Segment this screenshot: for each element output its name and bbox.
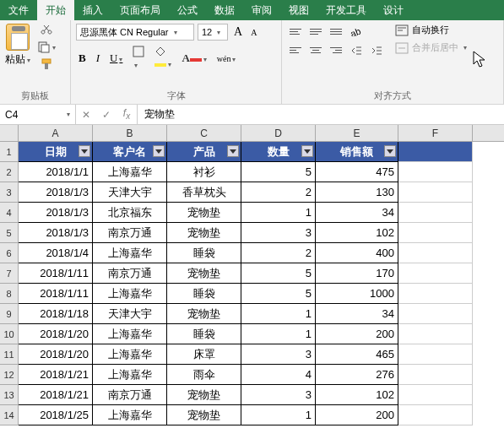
cell[interactable] <box>398 405 473 425</box>
cell[interactable]: 34 <box>316 203 398 223</box>
cell[interactable]: 5 <box>241 284 316 304</box>
cell[interactable]: 上海嘉华 <box>93 162 167 182</box>
wrap-text-button[interactable]: 自动换行 <box>395 24 467 36</box>
table-header-cell[interactable]: 客户名 <box>93 142 167 162</box>
table-header-cell[interactable]: 产品 <box>167 142 241 162</box>
cell[interactable]: 天津大宇 <box>93 182 167 203</box>
col-header[interactable]: D <box>241 125 316 141</box>
cell[interactable] <box>398 324 473 344</box>
align-middle-icon[interactable] <box>307 24 324 39</box>
col-header[interactable]: E <box>316 125 398 141</box>
cell[interactable]: 2018/1/4 <box>19 243 93 263</box>
spreadsheet-grid[interactable]: A B C D E F 1日期客户名产品数量销售额22018/1/1上海嘉华衬衫… <box>0 125 504 425</box>
tab-formula[interactable]: 公式 <box>169 0 206 20</box>
border-button[interactable]: ▾ <box>130 44 147 73</box>
cell[interactable] <box>398 182 473 203</box>
cell[interactable] <box>398 263 473 284</box>
row-header[interactable]: 3 <box>0 182 19 203</box>
cell[interactable]: 上海嘉华 <box>93 324 167 344</box>
cell[interactable]: 衬衫 <box>167 162 241 182</box>
bold-button[interactable]: B <box>76 50 89 67</box>
decrease-indent-icon[interactable] <box>348 42 365 57</box>
cell[interactable]: 200 <box>316 324 398 344</box>
tab-view[interactable]: 视图 <box>280 0 317 20</box>
cell[interactable] <box>398 162 473 182</box>
underline-button[interactable]: U▾ <box>107 50 125 67</box>
formula-input[interactable]: 宠物垫 <box>138 105 504 124</box>
cell[interactable]: 200 <box>316 405 398 425</box>
cell[interactable]: 1 <box>241 304 316 324</box>
confirm-icon[interactable]: ✓ <box>96 109 117 121</box>
col-header[interactable]: F <box>398 125 473 141</box>
row-header[interactable]: 2 <box>0 162 19 182</box>
font-name-select[interactable]: 思源黑体 CN Regular▾ <box>76 24 194 41</box>
grow-font-icon[interactable]: A <box>231 24 245 41</box>
row-header[interactable]: 5 <box>0 223 19 243</box>
table-header-cell[interactable]: 数量 <box>241 142 316 162</box>
cell[interactable] <box>398 365 473 385</box>
cell[interactable]: 宠物垫 <box>167 405 241 425</box>
tab-review[interactable]: 审阅 <box>243 0 280 20</box>
cell[interactable]: 2018/1/11 <box>19 284 93 304</box>
cell[interactable]: 2018/1/3 <box>19 203 93 223</box>
cell[interactable]: 睡袋 <box>167 324 241 344</box>
copy-icon[interactable]: ▾ <box>37 41 56 54</box>
filter-dropdown-icon[interactable] <box>227 145 239 157</box>
cell[interactable]: 2018/1/20 <box>19 324 93 344</box>
cell[interactable]: 宠物垫 <box>167 263 241 284</box>
tab-insert[interactable]: 插入 <box>74 0 111 20</box>
shrink-font-icon[interactable]: A <box>248 26 259 39</box>
row-header[interactable]: 10 <box>0 324 19 344</box>
orientation-button[interactable]: ab <box>348 24 365 39</box>
cell[interactable]: 床罩 <box>167 344 241 365</box>
col-header[interactable]: B <box>93 125 167 141</box>
select-all-corner[interactable] <box>0 125 19 141</box>
filter-dropdown-icon[interactable] <box>301 145 313 157</box>
cell[interactable]: 2018/1/11 <box>19 263 93 284</box>
tab-layout[interactable]: 页面布局 <box>111 0 169 20</box>
cell[interactable]: 1 <box>241 203 316 223</box>
fill-color-button[interactable]: ▾ <box>152 45 174 72</box>
tab-dev[interactable]: 开发工具 <box>317 0 375 20</box>
cancel-icon[interactable]: ✕ <box>76 109 96 121</box>
cell[interactable]: 3 <box>241 223 316 243</box>
align-left-icon[interactable] <box>287 42 304 57</box>
align-right-icon[interactable] <box>328 42 344 57</box>
cell[interactable]: 宠物垫 <box>167 203 241 223</box>
cell[interactable] <box>398 203 473 223</box>
cell[interactable]: 475 <box>316 162 398 182</box>
name-box[interactable]: C4▾ <box>0 105 76 124</box>
tab-home[interactable]: 开始 <box>37 0 74 20</box>
format-painter-icon[interactable] <box>37 57 56 71</box>
cell[interactable]: 5 <box>241 263 316 284</box>
cell[interactable]: 5 <box>241 162 316 182</box>
cell[interactable]: 2 <box>241 182 316 203</box>
row-header[interactable]: 4 <box>0 203 19 223</box>
tab-data[interactable]: 数据 <box>206 0 243 20</box>
cell[interactable]: 1000 <box>316 284 398 304</box>
col-header[interactable]: A <box>19 125 93 141</box>
cell[interactable]: 南京万通 <box>93 223 167 243</box>
cell[interactable]: 香草枕头 <box>167 182 241 203</box>
row-header[interactable]: 7 <box>0 263 19 284</box>
filter-dropdown-icon[interactable] <box>153 145 165 157</box>
cell[interactable]: 2 <box>241 243 316 263</box>
cell[interactable]: 睡袋 <box>167 243 241 263</box>
cell[interactable]: 2018/1/21 <box>19 365 93 385</box>
cell[interactable] <box>398 243 473 263</box>
cell[interactable]: 2018/1/3 <box>19 182 93 203</box>
cell[interactable]: 2018/1/20 <box>19 344 93 365</box>
row-header[interactable]: 1 <box>0 142 19 162</box>
increase-indent-icon[interactable] <box>368 42 385 57</box>
cell[interactable]: 3 <box>241 385 316 405</box>
cell[interactable] <box>398 304 473 324</box>
align-top-icon[interactable] <box>287 24 304 39</box>
cell[interactable]: 南京万通 <box>93 263 167 284</box>
cell[interactable]: 上海嘉华 <box>93 344 167 365</box>
cell[interactable]: 上海嘉华 <box>93 365 167 385</box>
cell[interactable]: 400 <box>316 243 398 263</box>
row-header[interactable]: 6 <box>0 243 19 263</box>
cell[interactable]: 天津大宇 <box>93 304 167 324</box>
filter-dropdown-icon[interactable] <box>79 145 90 157</box>
cell[interactable]: 北京福东 <box>93 203 167 223</box>
